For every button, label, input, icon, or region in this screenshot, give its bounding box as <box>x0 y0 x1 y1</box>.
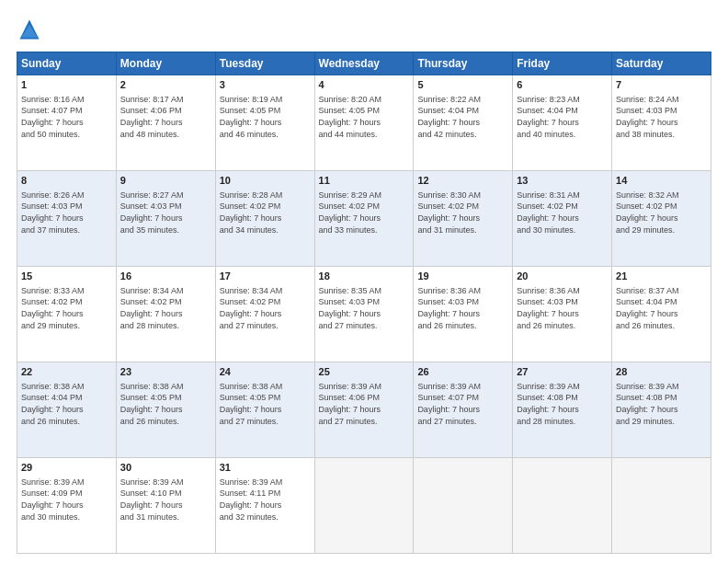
weekday-header-wednesday: Wednesday <box>314 52 414 75</box>
calendar-cell: 14Sunrise: 8:32 AM Sunset: 4:02 PM Dayli… <box>612 171 711 267</box>
logo <box>17 17 46 42</box>
day-number: 3 <box>220 78 311 92</box>
day-number: 25 <box>319 365 410 379</box>
calendar-cell: 4Sunrise: 8:20 AM Sunset: 4:05 PM Daylig… <box>314 75 414 171</box>
day-info: Sunrise: 8:38 AM Sunset: 4:04 PM Dayligh… <box>21 381 112 427</box>
day-info: Sunrise: 8:39 AM Sunset: 4:07 PM Dayligh… <box>417 381 508 427</box>
day-info: Sunrise: 8:20 AM Sunset: 4:05 PM Dayligh… <box>319 94 410 140</box>
day-number: 9 <box>120 174 211 188</box>
week-row-4: 22Sunrise: 8:38 AM Sunset: 4:04 PM Dayli… <box>17 362 711 458</box>
day-info: Sunrise: 8:30 AM Sunset: 4:02 PM Dayligh… <box>417 190 508 236</box>
calendar-cell: 8Sunrise: 8:26 AM Sunset: 4:03 PM Daylig… <box>17 171 117 267</box>
day-number: 24 <box>220 365 311 379</box>
day-info: Sunrise: 8:26 AM Sunset: 4:03 PM Dayligh… <box>21 190 112 236</box>
header <box>17 17 711 42</box>
calendar-cell: 15Sunrise: 8:33 AM Sunset: 4:02 PM Dayli… <box>17 267 117 362</box>
day-info: Sunrise: 8:39 AM Sunset: 4:11 PM Dayligh… <box>220 477 311 523</box>
day-number: 15 <box>21 270 112 283</box>
day-number: 6 <box>517 78 608 92</box>
day-info: Sunrise: 8:38 AM Sunset: 4:05 PM Dayligh… <box>120 381 211 427</box>
day-number: 30 <box>120 461 211 475</box>
day-info: Sunrise: 8:22 AM Sunset: 4:04 PM Dayligh… <box>417 94 508 140</box>
day-number: 7 <box>616 78 707 92</box>
calendar-cell: 5Sunrise: 8:22 AM Sunset: 4:04 PM Daylig… <box>414 75 513 171</box>
logo-icon <box>17 17 42 42</box>
week-row-5: 29Sunrise: 8:39 AM Sunset: 4:09 PM Dayli… <box>17 458 711 554</box>
calendar-cell: 19Sunrise: 8:36 AM Sunset: 4:03 PM Dayli… <box>414 267 513 362</box>
calendar-cell <box>414 458 513 554</box>
day-info: Sunrise: 8:19 AM Sunset: 4:05 PM Dayligh… <box>220 94 311 140</box>
calendar-cell: 29Sunrise: 8:39 AM Sunset: 4:09 PM Dayli… <box>17 458 117 554</box>
day-info: Sunrise: 8:36 AM Sunset: 4:03 PM Dayligh… <box>517 285 608 331</box>
day-number: 13 <box>517 174 608 188</box>
day-number: 4 <box>319 78 410 92</box>
day-number: 20 <box>517 270 608 283</box>
calendar-cell: 7Sunrise: 8:24 AM Sunset: 4:03 PM Daylig… <box>612 75 711 171</box>
day-info: Sunrise: 8:23 AM Sunset: 4:04 PM Dayligh… <box>517 94 608 140</box>
day-info: Sunrise: 8:34 AM Sunset: 4:02 PM Dayligh… <box>120 285 211 331</box>
day-info: Sunrise: 8:34 AM Sunset: 4:02 PM Dayligh… <box>220 285 311 331</box>
calendar-cell: 1Sunrise: 8:16 AM Sunset: 4:07 PM Daylig… <box>17 75 117 171</box>
calendar-cell: 26Sunrise: 8:39 AM Sunset: 4:07 PM Dayli… <box>414 362 513 458</box>
week-row-1: 1Sunrise: 8:16 AM Sunset: 4:07 PM Daylig… <box>17 75 711 171</box>
day-number: 18 <box>319 270 410 283</box>
day-info: Sunrise: 8:24 AM Sunset: 4:03 PM Dayligh… <box>616 94 707 140</box>
week-row-2: 8Sunrise: 8:26 AM Sunset: 4:03 PM Daylig… <box>17 171 711 267</box>
day-number: 2 <box>120 78 211 92</box>
calendar-cell: 22Sunrise: 8:38 AM Sunset: 4:04 PM Dayli… <box>17 362 117 458</box>
page: SundayMondayTuesdayWednesdayThursdayFrid… <box>0 0 728 563</box>
day-info: Sunrise: 8:39 AM Sunset: 4:06 PM Dayligh… <box>319 381 410 427</box>
calendar-cell: 12Sunrise: 8:30 AM Sunset: 4:02 PM Dayli… <box>414 171 513 267</box>
calendar-cell: 24Sunrise: 8:38 AM Sunset: 4:05 PM Dayli… <box>215 362 314 458</box>
day-number: 21 <box>616 270 707 283</box>
calendar-cell: 11Sunrise: 8:29 AM Sunset: 4:02 PM Dayli… <box>314 171 414 267</box>
day-number: 10 <box>220 174 311 188</box>
calendar-cell: 9Sunrise: 8:27 AM Sunset: 4:03 PM Daylig… <box>116 171 215 267</box>
calendar-cell: 25Sunrise: 8:39 AM Sunset: 4:06 PM Dayli… <box>314 362 414 458</box>
day-number: 22 <box>21 365 112 379</box>
calendar-cell: 18Sunrise: 8:35 AM Sunset: 4:03 PM Dayli… <box>314 267 414 362</box>
day-info: Sunrise: 8:33 AM Sunset: 4:02 PM Dayligh… <box>21 285 112 331</box>
calendar-cell <box>612 458 711 554</box>
day-info: Sunrise: 8:38 AM Sunset: 4:05 PM Dayligh… <box>220 381 311 427</box>
day-info: Sunrise: 8:39 AM Sunset: 4:09 PM Dayligh… <box>21 477 112 523</box>
calendar-cell <box>314 458 414 554</box>
weekday-header-tuesday: Tuesday <box>215 52 314 75</box>
calendar-cell: 27Sunrise: 8:39 AM Sunset: 4:08 PM Dayli… <box>513 362 612 458</box>
day-info: Sunrise: 8:35 AM Sunset: 4:03 PM Dayligh… <box>319 285 410 331</box>
calendar-cell: 10Sunrise: 8:28 AM Sunset: 4:02 PM Dayli… <box>215 171 314 267</box>
calendar-cell: 31Sunrise: 8:39 AM Sunset: 4:11 PM Dayli… <box>215 458 314 554</box>
day-info: Sunrise: 8:31 AM Sunset: 4:02 PM Dayligh… <box>517 190 608 236</box>
weekday-header-saturday: Saturday <box>612 52 711 75</box>
day-number: 11 <box>319 174 410 188</box>
calendar-cell: 13Sunrise: 8:31 AM Sunset: 4:02 PM Dayli… <box>513 171 612 267</box>
day-number: 8 <box>21 174 112 188</box>
calendar-cell: 2Sunrise: 8:17 AM Sunset: 4:06 PM Daylig… <box>116 75 215 171</box>
calendar-cell: 17Sunrise: 8:34 AM Sunset: 4:02 PM Dayli… <box>215 267 314 362</box>
calendar-cell <box>513 458 612 554</box>
calendar-cell: 23Sunrise: 8:38 AM Sunset: 4:05 PM Dayli… <box>116 362 215 458</box>
calendar-table: SundayMondayTuesdayWednesdayThursdayFrid… <box>17 52 711 554</box>
calendar-cell: 6Sunrise: 8:23 AM Sunset: 4:04 PM Daylig… <box>513 75 612 171</box>
day-number: 29 <box>21 461 112 475</box>
calendar-cell: 30Sunrise: 8:39 AM Sunset: 4:10 PM Dayli… <box>116 458 215 554</box>
day-number: 26 <box>417 365 508 379</box>
day-info: Sunrise: 8:32 AM Sunset: 4:02 PM Dayligh… <box>616 190 707 236</box>
weekday-header-friday: Friday <box>513 52 612 75</box>
weekday-header-thursday: Thursday <box>414 52 513 75</box>
calendar-cell: 16Sunrise: 8:34 AM Sunset: 4:02 PM Dayli… <box>116 267 215 362</box>
weekday-header-sunday: Sunday <box>17 52 117 75</box>
day-info: Sunrise: 8:27 AM Sunset: 4:03 PM Dayligh… <box>120 190 211 236</box>
calendar-cell: 28Sunrise: 8:39 AM Sunset: 4:08 PM Dayli… <box>612 362 711 458</box>
day-number: 1 <box>21 78 112 92</box>
day-info: Sunrise: 8:39 AM Sunset: 4:08 PM Dayligh… <box>517 381 608 427</box>
day-info: Sunrise: 8:39 AM Sunset: 4:08 PM Dayligh… <box>616 381 707 427</box>
day-info: Sunrise: 8:17 AM Sunset: 4:06 PM Dayligh… <box>120 94 211 140</box>
day-info: Sunrise: 8:39 AM Sunset: 4:10 PM Dayligh… <box>120 477 211 523</box>
weekday-header-row: SundayMondayTuesdayWednesdayThursdayFrid… <box>17 52 711 75</box>
day-info: Sunrise: 8:37 AM Sunset: 4:04 PM Dayligh… <box>616 285 707 331</box>
day-number: 5 <box>417 78 508 92</box>
day-number: 14 <box>616 174 707 188</box>
day-number: 19 <box>417 270 508 283</box>
calendar-cell: 21Sunrise: 8:37 AM Sunset: 4:04 PM Dayli… <box>612 267 711 362</box>
